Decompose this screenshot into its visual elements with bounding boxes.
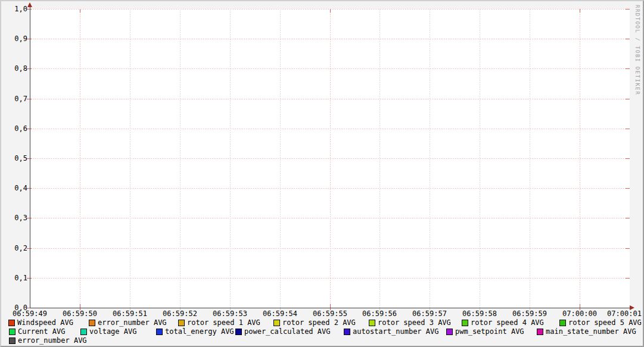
x-tick-label: 06:59:50 — [63, 310, 97, 317]
x-tick-label: 06:59:51 — [113, 310, 147, 317]
legend-item: power_calculated AVG — [235, 328, 331, 335]
legend-item: Current AVG — [9, 328, 65, 335]
legend-label: power_calculated AVG — [244, 328, 331, 335]
legend-label: rotor speed 3 AVG — [378, 319, 451, 326]
gridline-v-major — [80, 9, 80, 308]
x-axis-arrow-icon — [630, 305, 634, 310]
legend-item: rotor speed 5 AVG — [559, 319, 642, 326]
legend-item: error_number AVG — [89, 319, 167, 326]
legend-swatch — [9, 329, 15, 335]
grid-end-tick-right — [626, 68, 630, 69]
legend-label: Windspeed AVG — [17, 319, 73, 326]
legend-swatch — [369, 320, 375, 326]
legend-swatch — [89, 320, 95, 326]
legend-swatch — [156, 329, 163, 335]
x-tick-label: 06:59:53 — [213, 310, 247, 317]
grid-end-tick-top — [580, 9, 580, 12]
y-tick-label: 0,6 — [10, 125, 27, 132]
legend-label: total_energy AVG — [165, 328, 234, 335]
x-tick-label: 06:59:55 — [313, 310, 347, 317]
legend-swatch — [80, 329, 87, 335]
gridline-v-major — [330, 9, 331, 308]
legend-swatch — [462, 320, 468, 326]
grid-end-tick-left — [27, 278, 32, 279]
grid-end-tick-right — [626, 248, 630, 249]
grid-end-tick-right — [626, 218, 630, 218]
x-tick-label: 06:59:54 — [263, 310, 297, 317]
legend-item: rotor speed 4 AVG — [462, 319, 544, 326]
legend-item: pwm_setpoint AVG — [446, 328, 524, 335]
x-tick-label: 06:59:58 — [462, 310, 497, 317]
y-tick-label: 0,8 — [10, 65, 27, 72]
y-tick-label: 0,3 — [10, 214, 27, 221]
grid-end-tick-left — [27, 248, 32, 249]
legend-item: Windspeed AVG — [8, 319, 73, 326]
x-tick-label: 07:00:00 — [562, 310, 597, 317]
grid-end-tick-left — [27, 99, 32, 99]
grid-end-tick-right — [626, 158, 630, 159]
legend-swatch — [273, 320, 280, 326]
gridline-v-minor — [379, 9, 380, 308]
legend-label: rotor speed 2 AVG — [282, 319, 356, 326]
y-axis-arrow-icon — [27, 2, 32, 7]
x-axis-line — [30, 308, 631, 308]
grid-end-tick-right — [626, 129, 630, 129]
x-tick-label: 07:00:01 — [607, 310, 642, 317]
legend-label: Current AVG — [18, 328, 65, 335]
legend-swatch — [178, 320, 185, 326]
grid-end-tick-top — [80, 9, 80, 12]
legend-item: voltage AVG — [80, 328, 136, 335]
rrdtool-graph: 1,00,90,80,70,60,50,40,30,20,10,0 06:59:… — [0, 0, 644, 347]
y-tick-label: 0,1 — [10, 274, 27, 282]
gridline-v-minor — [180, 9, 181, 308]
grid-end-tick-right — [626, 39, 630, 39]
x-tick-label: 06:59:52 — [163, 310, 197, 317]
legend-item: rotor speed 3 AVG — [369, 319, 451, 326]
legend-item: error_number AVG — [9, 337, 87, 344]
grid-end-tick-right — [626, 99, 630, 99]
grid-end-tick-left — [27, 68, 32, 69]
gridline-v-major — [580, 9, 580, 308]
legend-label: pwm_setpoint AVG — [455, 328, 524, 335]
legend-swatch — [9, 337, 15, 344]
y-tick-label: 1,0 — [10, 5, 27, 12]
legend-label: rotor speed 4 AVG — [471, 319, 544, 326]
y-tick-label: 0,4 — [10, 185, 27, 192]
y-tick-label: 0,9 — [10, 35, 27, 42]
legend-item: main_state_number AVG — [537, 328, 636, 335]
legend-swatch — [537, 329, 543, 335]
legend-label: error_number AVG — [98, 319, 167, 326]
legend-label: rotor speed 1 AVG — [187, 319, 260, 326]
gridline-v-minor — [530, 9, 530, 308]
legend-swatch — [559, 320, 566, 326]
grid-end-tick-top — [330, 9, 331, 12]
legend-label: main_state_number AVG — [546, 328, 636, 335]
x-tick-label: 06:59:56 — [362, 310, 397, 317]
y-tick-label: 0,5 — [10, 155, 27, 162]
grid-end-tick-left — [27, 218, 32, 218]
gridline-v-minor — [130, 9, 130, 308]
x-tick-label: 06:59:57 — [412, 310, 447, 317]
y-axis-line — [30, 6, 30, 308]
grid-end-tick-left — [27, 188, 32, 189]
legend-swatch — [344, 329, 350, 335]
y-tick-label: 0,7 — [10, 95, 27, 102]
legend-label: rotor speed 5 AVG — [568, 319, 642, 326]
x-tick-label: 06:59:59 — [512, 310, 547, 317]
legend-swatch — [235, 329, 242, 335]
grid-end-tick-left — [27, 9, 32, 10]
legend-label: voltage AVG — [89, 328, 136, 335]
gridline-v-minor — [230, 9, 231, 308]
legend-item: rotor speed 1 AVG — [178, 319, 260, 326]
grid-end-tick-left — [27, 129, 32, 129]
y-tick-label: 0,2 — [10, 245, 27, 252]
legend-swatch — [8, 320, 15, 326]
gridline-v-minor — [280, 9, 281, 308]
watermark: RRDTOOL / TOBI OETIKER — [634, 5, 640, 95]
legend-label: error_number AVG — [18, 337, 87, 344]
gridline-v-minor — [480, 9, 480, 308]
grid-end-tick-right — [626, 9, 630, 10]
grid-end-tick-left — [27, 39, 32, 39]
legend-swatch — [446, 329, 453, 335]
legend-item: rotor speed 2 AVG — [273, 319, 356, 326]
